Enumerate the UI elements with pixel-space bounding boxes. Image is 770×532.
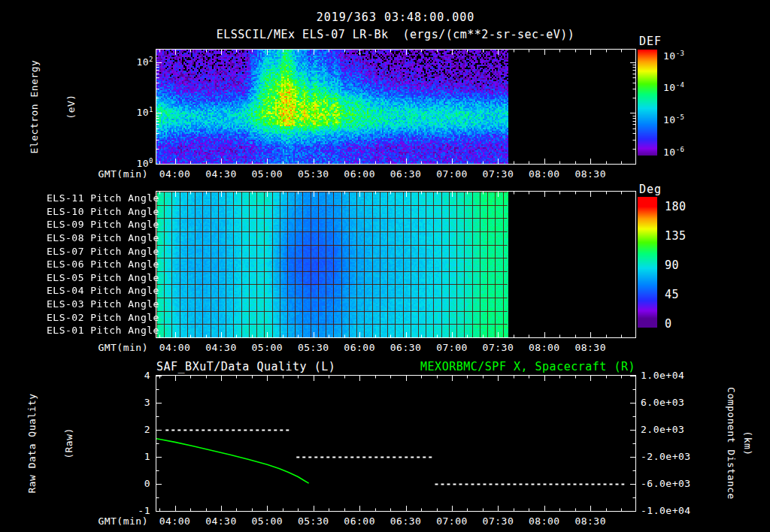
deg-tick-label: 180 xyxy=(665,200,702,213)
time-tick-label: 06:30 xyxy=(385,342,427,353)
time-tick-label: 07:30 xyxy=(477,342,519,353)
quality-tick-label: 3 xyxy=(120,397,150,408)
deg-tick-label: 45 xyxy=(665,288,702,301)
time-tick-label: 08:30 xyxy=(569,168,611,180)
pitch-row-label: ELS-10 Pitch Angle xyxy=(47,205,153,219)
time-tick-label: 05:00 xyxy=(246,515,288,527)
def-colorbar xyxy=(638,50,657,156)
pitch-row-label: ELS-01 Pitch Angle xyxy=(47,324,153,337)
pitch-row-label: ELS-02 Pitch Angle xyxy=(47,311,153,325)
def-tick-label: 10-3 xyxy=(663,50,716,62)
gmt-label: GMT(min) xyxy=(89,168,148,180)
pitch-row-label: ELS-08 Pitch Angle xyxy=(47,231,153,245)
component-distance-axis-unit: (km) xyxy=(742,431,753,455)
deg-tick-label: 90 xyxy=(665,258,702,272)
gmt-label: GMT(min) xyxy=(89,515,148,527)
time-tick-label: 04:30 xyxy=(200,342,242,353)
deg-tick-label: 135 xyxy=(665,229,702,243)
time-tick-label: 06:00 xyxy=(338,515,380,527)
pitch-row-label: ELS-06 Pitch Angle xyxy=(47,258,153,271)
time-tick-label: 07:30 xyxy=(477,168,519,180)
pitch-row-label: ELS-05 Pitch Angle xyxy=(47,271,153,285)
raw-data-quality-axis-unit: (Raw) xyxy=(62,393,76,493)
time-tick-label: 07:00 xyxy=(431,515,473,527)
time-tick-label: 07:00 xyxy=(431,168,473,180)
time-tick-label: 06:00 xyxy=(338,168,380,180)
time-tick-label: 08:00 xyxy=(523,342,565,353)
pitch-row-label: ELS-03 Pitch Angle xyxy=(47,298,153,311)
def-tick-label: 10-6 xyxy=(663,146,716,158)
pitch-angle-heatmap xyxy=(156,191,636,338)
energy-tick-label: 102 xyxy=(111,56,153,68)
time-tick-label: 05:00 xyxy=(246,342,288,353)
time-tick-label: 04:00 xyxy=(154,342,196,353)
deg-tick-label: 0 xyxy=(665,317,702,331)
quality-tick-label: 0 xyxy=(120,478,150,489)
energy-tick-label: 100 xyxy=(111,157,153,169)
distance-tick-label: -2.0e+03 xyxy=(641,451,701,462)
time-tick-label: 04:30 xyxy=(200,515,242,527)
electron-energy-axis-label: Electron Energy (eV) xyxy=(5,60,101,154)
timestamp-title: 2019/363 03:48:00.000 xyxy=(317,11,475,24)
pitch-row-label: ELS-09 Pitch Angle xyxy=(47,218,153,231)
electron-energy-axis-unit: (eV) xyxy=(64,60,78,154)
time-tick-label: 08:00 xyxy=(523,515,565,527)
quality-tick-label: 1 xyxy=(120,451,150,462)
gmt-label: GMT(min) xyxy=(89,342,148,353)
def-tick-label: 10-4 xyxy=(663,81,716,93)
def-tick-label: 10-5 xyxy=(663,113,716,125)
electron-energy-axis-label-text: Electron Energy xyxy=(27,60,41,154)
time-tick-label: 04:00 xyxy=(154,515,196,527)
pitch-row-label: ELS-07 Pitch Angle xyxy=(47,245,153,258)
raw-data-quality-axis-label-text: Raw Data Quality xyxy=(25,393,39,493)
def-colorbar-title: DEF xyxy=(639,35,662,48)
time-tick-label: 05:30 xyxy=(293,168,335,180)
spectrogram-title: ELSSCIL/MEx ELS-07 LR-Bk (ergs/(cm**2-sr… xyxy=(217,28,575,41)
time-tick-label: 08:00 xyxy=(523,168,565,180)
deg-colorbar xyxy=(638,197,657,328)
quality-tick-label: -1 xyxy=(120,505,150,516)
time-tick-label: 07:30 xyxy=(477,515,519,527)
spacecraft-series-title: MEXORBMC/SPF X, Spacecraft (R) xyxy=(420,360,635,373)
time-tick-label: 05:30 xyxy=(293,515,335,527)
distance-tick-label: 1.0e+04 xyxy=(641,370,701,381)
distance-tick-label: 2.0e+03 xyxy=(641,424,701,435)
els-quicklook-plot: 2019/363 03:48:00.000 ELSSCIL/MEx ELS-07… xyxy=(0,0,770,532)
deg-colorbar-title: Deg xyxy=(639,183,662,196)
pitch-row-label: ELS-11 Pitch Angle xyxy=(47,192,153,205)
pitch-row-label: ELS-04 Pitch Angle xyxy=(47,284,153,298)
time-tick-label: 08:30 xyxy=(569,342,611,353)
time-tick-label: 04:30 xyxy=(200,168,242,180)
distance-tick-label: -1.0e+04 xyxy=(641,505,701,516)
time-tick-label: 06:30 xyxy=(385,515,427,527)
time-tick-label: 05:00 xyxy=(246,168,288,180)
time-tick-label: 05:30 xyxy=(293,342,335,353)
time-tick-label: 04:00 xyxy=(154,168,196,180)
time-tick-label: 07:00 xyxy=(431,342,473,353)
distance-tick-label: 6.0e+03 xyxy=(641,397,701,408)
quality-distance-plot xyxy=(156,375,636,512)
energy-tick-label: 101 xyxy=(111,106,153,118)
time-tick-label: 08:30 xyxy=(569,515,611,527)
component-distance-axis-label: Component Distance xyxy=(726,387,737,500)
quality-tick-label: 2 xyxy=(120,424,150,435)
time-tick-label: 06:30 xyxy=(385,168,427,180)
raw-data-quality-axis-label: Raw Data Quality (Raw) xyxy=(2,393,99,493)
data-quality-series-title: SAF_BXuT/Data Quality (L) xyxy=(156,360,335,373)
distance-tick-label: -6.0e+03 xyxy=(641,478,701,489)
time-tick-label: 06:00 xyxy=(338,342,380,353)
electron-energy-spectrogram xyxy=(156,49,636,165)
quality-tick-label: 4 xyxy=(120,370,150,381)
